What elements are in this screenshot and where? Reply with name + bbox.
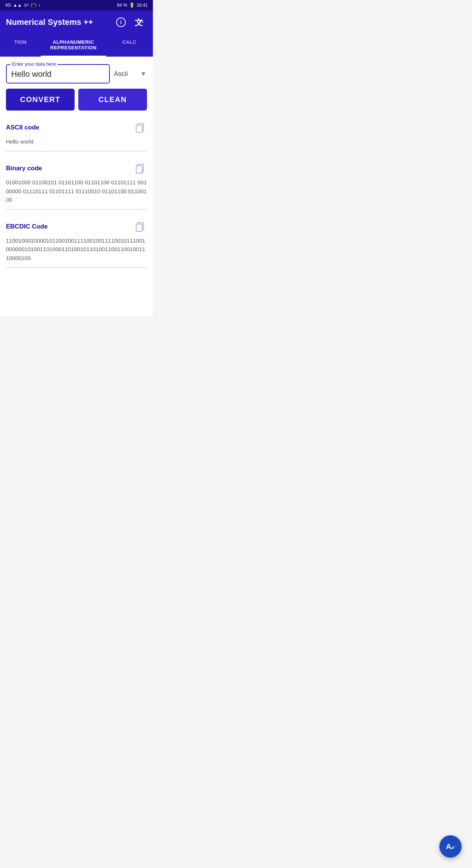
tab-tion[interactable]: TION (0, 34, 41, 56)
result-ebcdic-value: 1100100010000101100100111100100111100101… (6, 236, 147, 262)
result-ebcdic-header: EBCDIC Code (6, 220, 147, 233)
app-bar-icons: i 文 A (114, 16, 147, 29)
info-button[interactable]: i (114, 16, 128, 29)
result-ebcdic-title: EBCDIC Code (6, 223, 47, 230)
app-title: Numerical Systems ++ (6, 17, 93, 27)
svg-rect-7 (136, 166, 142, 173)
copy-binary-button[interactable] (134, 162, 147, 175)
result-ascii-divider (6, 151, 147, 151)
main-content: Enter your data here Ascii Unicode UTF-8… (0, 57, 153, 316)
field-label: Enter your data here (10, 61, 58, 67)
result-binary-value: 01001000 01100101 01101100 01101100 0110… (6, 178, 147, 204)
svg-rect-9 (136, 224, 142, 231)
result-ascii-title: ASCII code (6, 124, 39, 131)
result-ascii-value: Hello world (6, 137, 147, 146)
svg-text:i: i (120, 19, 122, 25)
result-binary-header: Binary code (6, 162, 147, 175)
translate-icon: 文 A (135, 17, 146, 27)
vibrate-icon: 📳 (31, 3, 36, 8)
copy-ascii-button[interactable] (134, 121, 147, 134)
sim-icon: ⊙¹ (24, 3, 29, 8)
app-bar: Numerical Systems ++ i 文 A (0, 10, 153, 34)
copy-icon (135, 163, 146, 174)
tab-alphanumeric[interactable]: ALPHANUMERIC REPRESENTATION (41, 34, 106, 57)
result-ebcdic-divider (6, 267, 147, 268)
result-ascii-section: ASCII code Hello world (6, 121, 147, 151)
result-binary-section: Binary code 01001000 01100101 01101100 0… (6, 162, 147, 210)
status-right: 84 % 🔋 16:41 (117, 3, 148, 8)
tab-calc[interactable]: CALC (106, 34, 153, 56)
music-icon: ♪ (38, 3, 40, 8)
info-icon: i (116, 17, 126, 27)
copy-icon (135, 221, 146, 232)
data-input[interactable] (11, 68, 105, 79)
tab-bar: TION ALPHANUMERIC REPRESENTATION CALC (0, 34, 153, 57)
battery-icon: 🔋 (129, 3, 135, 8)
translate-button[interactable]: 文 A (134, 16, 147, 29)
text-field-wrapper: Enter your data here (6, 64, 110, 83)
input-wrapper: Enter your data here Ascii Unicode UTF-8… (6, 64, 147, 83)
button-row: CONVERT CLEAN (6, 89, 147, 111)
input-section: Enter your data here Ascii Unicode UTF-8… (6, 64, 147, 111)
result-binary-divider (6, 209, 147, 210)
time-display: 16:41 (137, 3, 148, 8)
network-icon: ▲▲ (13, 3, 22, 8)
battery-text: 84 % (117, 3, 127, 8)
dropdown-wrapper: Ascii Unicode UTF-8 UTF-16 ▼ (114, 64, 147, 83)
signal-icon: 4G (5, 3, 11, 8)
clean-button[interactable]: CLEAN (78, 89, 147, 111)
status-bar: 4G ▲▲ ⊙¹ 📳 ♪ 84 % 🔋 16:41 (0, 0, 153, 10)
svg-rect-5 (136, 125, 142, 132)
encoding-dropdown[interactable]: Ascii Unicode UTF-8 UTF-16 (114, 70, 146, 78)
convert-button[interactable]: CONVERT (6, 89, 75, 111)
result-binary-title: Binary code (6, 165, 42, 172)
copy-ebcdic-button[interactable] (134, 220, 147, 233)
copy-icon (135, 122, 146, 133)
result-ebcdic-section: EBCDIC Code 1100100010000101100100111100… (6, 220, 147, 268)
status-left: 4G ▲▲ ⊙¹ 📳 ♪ (5, 3, 40, 8)
result-ascii-header: ASCII code (6, 121, 147, 134)
svg-text:A: A (140, 18, 144, 24)
